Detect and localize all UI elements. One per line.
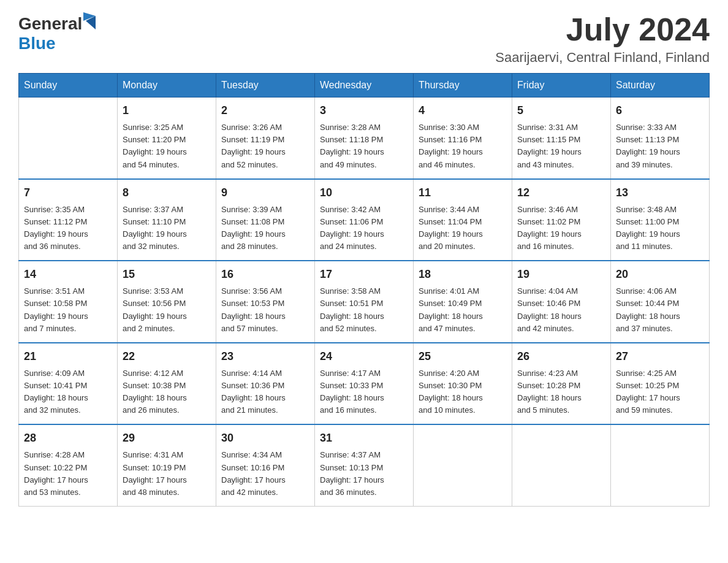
day-number: 23 (221, 348, 309, 365)
day-number: 12 (517, 185, 605, 201)
day-info: Sunrise: 3:46 AMSunset: 11:02 PMDaylight… (517, 204, 605, 253)
day-info: Sunrise: 4:37 AMSunset: 10:13 PMDaylight… (320, 449, 408, 499)
page-header: General Blue July 2024 Saarijaervi, Cent… (18, 12, 710, 66)
weekday-header-friday: Friday (512, 74, 611, 98)
day-info: Sunrise: 3:31 AMSunset: 11:15 PMDaylight… (517, 121, 605, 171)
day-number: 15 (123, 266, 211, 283)
day-info: Sunrise: 3:30 AMSunset: 11:16 PMDaylight… (419, 121, 507, 171)
calendar-cell: 14Sunrise: 3:51 AMSunset: 10:58 PMDaylig… (19, 261, 118, 343)
day-number: 4 (419, 102, 507, 119)
day-number: 10 (320, 185, 408, 201)
day-info: Sunrise: 4:01 AMSunset: 10:49 PMDaylight… (419, 285, 507, 335)
day-info: Sunrise: 3:51 AMSunset: 10:58 PMDaylight… (24, 285, 112, 335)
calendar-cell: 25Sunrise: 4:20 AMSunset: 10:30 PMDaylig… (414, 343, 512, 425)
day-info: Sunrise: 4:17 AMSunset: 10:33 PMDaylight… (320, 367, 408, 417)
day-info: Sunrise: 3:25 AMSunset: 11:20 PMDaylight… (123, 121, 211, 171)
weekday-header-wednesday: Wednesday (315, 74, 414, 98)
day-number: 2 (221, 102, 309, 119)
day-number: 6 (616, 102, 704, 119)
day-number: 13 (616, 185, 704, 201)
weekday-header-monday: Monday (118, 74, 216, 98)
calendar-cell: 4Sunrise: 3:30 AMSunset: 11:16 PMDayligh… (414, 98, 512, 179)
calendar-week-row: 21Sunrise: 4:09 AMSunset: 10:41 PMDaylig… (19, 343, 710, 425)
month-title: July 2024 (495, 12, 710, 47)
day-number: 3 (320, 102, 408, 119)
day-number: 28 (24, 430, 112, 446)
calendar-table: SundayMondayTuesdayWednesdayThursdayFrid… (18, 73, 710, 507)
calendar-cell: 7Sunrise: 3:35 AMSunset: 11:12 PMDayligh… (19, 179, 118, 261)
weekday-header-thursday: Thursday (414, 74, 512, 98)
calendar-cell: 30Sunrise: 4:34 AMSunset: 10:16 PMDaylig… (216, 424, 315, 506)
day-number: 25 (419, 348, 507, 365)
day-number: 29 (123, 430, 211, 446)
calendar-cell: 5Sunrise: 3:31 AMSunset: 11:15 PMDayligh… (512, 98, 611, 179)
calendar-cell: 10Sunrise: 3:42 AMSunset: 11:06 PMDaylig… (315, 179, 414, 261)
day-info: Sunrise: 3:33 AMSunset: 11:13 PMDaylight… (616, 121, 704, 171)
day-number: 31 (320, 430, 408, 446)
day-number: 11 (419, 185, 507, 201)
location-subtitle: Saarijaervi, Central Finland, Finland (495, 50, 710, 66)
day-number: 7 (24, 185, 112, 201)
day-info: Sunrise: 3:48 AMSunset: 11:00 PMDaylight… (616, 204, 704, 253)
calendar-cell: 24Sunrise: 4:17 AMSunset: 10:33 PMDaylig… (315, 343, 414, 425)
day-number: 18 (419, 266, 507, 283)
calendar-cell (19, 98, 118, 179)
calendar-cell: 11Sunrise: 3:44 AMSunset: 11:04 PMDaylig… (414, 179, 512, 261)
calendar-cell (512, 424, 611, 506)
weekday-header-saturday: Saturday (611, 74, 710, 98)
logo-wordmark: General Blue (18, 12, 98, 53)
day-info: Sunrise: 4:14 AMSunset: 10:36 PMDaylight… (221, 367, 309, 417)
day-info: Sunrise: 3:42 AMSunset: 11:06 PMDaylight… (320, 204, 408, 253)
calendar-cell: 28Sunrise: 4:28 AMSunset: 10:22 PMDaylig… (19, 424, 118, 506)
day-number: 8 (123, 185, 211, 201)
calendar-cell: 21Sunrise: 4:09 AMSunset: 10:41 PMDaylig… (19, 343, 118, 425)
day-number: 30 (221, 430, 309, 446)
day-info: Sunrise: 4:28 AMSunset: 10:22 PMDaylight… (24, 449, 112, 499)
day-info: Sunrise: 3:28 AMSunset: 11:18 PMDaylight… (320, 121, 408, 171)
day-info: Sunrise: 4:31 AMSunset: 10:19 PMDaylight… (123, 449, 211, 499)
day-info: Sunrise: 4:23 AMSunset: 10:28 PMDaylight… (517, 367, 605, 417)
day-info: Sunrise: 4:20 AMSunset: 10:30 PMDaylight… (419, 367, 507, 417)
calendar-cell: 22Sunrise: 4:12 AMSunset: 10:38 PMDaylig… (118, 343, 216, 425)
day-number: 9 (221, 185, 309, 201)
day-info: Sunrise: 3:44 AMSunset: 11:04 PMDaylight… (419, 204, 507, 253)
day-info: Sunrise: 4:12 AMSunset: 10:38 PMDaylight… (123, 367, 211, 417)
day-info: Sunrise: 3:58 AMSunset: 10:51 PMDaylight… (320, 285, 408, 335)
day-number: 5 (517, 102, 605, 119)
calendar-cell: 8Sunrise: 3:37 AMSunset: 11:10 PMDayligh… (118, 179, 216, 261)
logo-blue-text: Blue (18, 34, 56, 53)
calendar-cell: 1Sunrise: 3:25 AMSunset: 11:20 PMDayligh… (118, 98, 216, 179)
calendar-cell: 13Sunrise: 3:48 AMSunset: 11:00 PMDaylig… (611, 179, 710, 261)
calendar-cell: 6Sunrise: 3:33 AMSunset: 11:13 PMDayligh… (611, 98, 710, 179)
calendar-cell: 31Sunrise: 4:37 AMSunset: 10:13 PMDaylig… (315, 424, 414, 506)
calendar-cell: 29Sunrise: 4:31 AMSunset: 10:19 PMDaylig… (118, 424, 216, 506)
calendar-cell: 27Sunrise: 4:25 AMSunset: 10:25 PMDaylig… (611, 343, 710, 425)
day-info: Sunrise: 3:35 AMSunset: 11:12 PMDaylight… (24, 204, 112, 253)
day-number: 20 (616, 266, 704, 283)
day-number: 27 (616, 348, 704, 365)
day-number: 22 (123, 348, 211, 365)
day-number: 17 (320, 266, 408, 283)
calendar-week-row: 28Sunrise: 4:28 AMSunset: 10:22 PMDaylig… (19, 424, 710, 506)
day-info: Sunrise: 3:53 AMSunset: 10:56 PMDaylight… (123, 285, 211, 335)
calendar-cell: 20Sunrise: 4:06 AMSunset: 10:44 PMDaylig… (611, 261, 710, 343)
day-number: 14 (24, 266, 112, 283)
calendar-cell: 18Sunrise: 4:01 AMSunset: 10:49 PMDaylig… (414, 261, 512, 343)
calendar-cell: 16Sunrise: 3:56 AMSunset: 10:53 PMDaylig… (216, 261, 315, 343)
day-number: 19 (517, 266, 605, 283)
calendar-cell: 12Sunrise: 3:46 AMSunset: 11:02 PMDaylig… (512, 179, 611, 261)
calendar-cell: 9Sunrise: 3:39 AMSunset: 11:08 PMDayligh… (216, 179, 315, 261)
logo-general-text: General (18, 14, 82, 33)
day-info: Sunrise: 3:37 AMSunset: 11:10 PMDaylight… (123, 204, 211, 253)
day-info: Sunrise: 4:09 AMSunset: 10:41 PMDaylight… (24, 367, 112, 417)
logo: General Blue (18, 12, 98, 53)
day-number: 1 (123, 102, 211, 119)
calendar-week-row: 14Sunrise: 3:51 AMSunset: 10:58 PMDaylig… (19, 261, 710, 343)
calendar-cell: 2Sunrise: 3:26 AMSunset: 11:19 PMDayligh… (216, 98, 315, 179)
calendar-cell: 19Sunrise: 4:04 AMSunset: 10:46 PMDaylig… (512, 261, 611, 343)
day-info: Sunrise: 3:26 AMSunset: 11:19 PMDaylight… (221, 121, 309, 171)
day-info: Sunrise: 4:25 AMSunset: 10:25 PMDaylight… (616, 367, 704, 417)
calendar-cell: 3Sunrise: 3:28 AMSunset: 11:18 PMDayligh… (315, 98, 414, 179)
day-info: Sunrise: 4:06 AMSunset: 10:44 PMDaylight… (616, 285, 704, 335)
calendar-cell: 15Sunrise: 3:53 AMSunset: 10:56 PMDaylig… (118, 261, 216, 343)
